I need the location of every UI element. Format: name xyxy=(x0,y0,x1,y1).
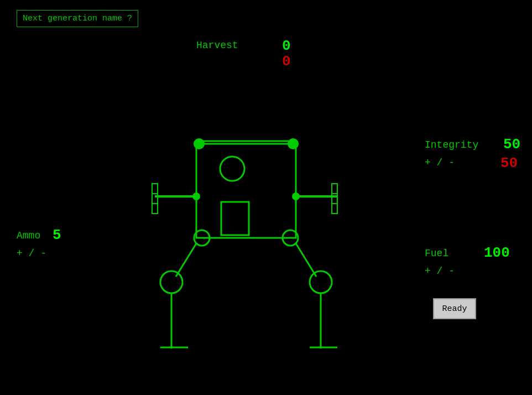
svg-rect-10 xyxy=(152,204,158,214)
svg-line-21 xyxy=(296,243,316,277)
integrity-label: Integrity xyxy=(425,139,478,150)
fuel-controls[interactable]: + / - xyxy=(425,266,455,277)
svg-rect-13 xyxy=(332,204,337,214)
svg-rect-0 xyxy=(196,141,296,238)
svg-rect-14 xyxy=(332,184,337,194)
svg-point-6 xyxy=(192,193,200,200)
ammo-value: 5 xyxy=(53,227,61,243)
svg-point-1 xyxy=(220,157,244,181)
robot-diagram xyxy=(0,0,532,395)
svg-rect-11 xyxy=(152,184,158,194)
svg-line-17 xyxy=(176,243,196,277)
svg-point-8 xyxy=(292,193,300,200)
integrity-controls[interactable]: + / - xyxy=(425,157,455,168)
svg-rect-2 xyxy=(221,202,249,235)
ready-button[interactable]: Ready xyxy=(433,298,476,319)
svg-rect-9 xyxy=(152,194,158,204)
svg-point-18 xyxy=(160,271,182,293)
ammo-controls[interactable]: + / - xyxy=(17,248,46,259)
fuel-label: Fuel xyxy=(425,248,448,259)
ammo-label: Ammo xyxy=(17,230,40,241)
integrity-sub-value: 50 xyxy=(500,155,518,171)
svg-rect-12 xyxy=(332,194,337,204)
integrity-value: 50 xyxy=(503,136,520,153)
fuel-value: 100 xyxy=(484,245,510,261)
svg-point-22 xyxy=(310,271,332,293)
